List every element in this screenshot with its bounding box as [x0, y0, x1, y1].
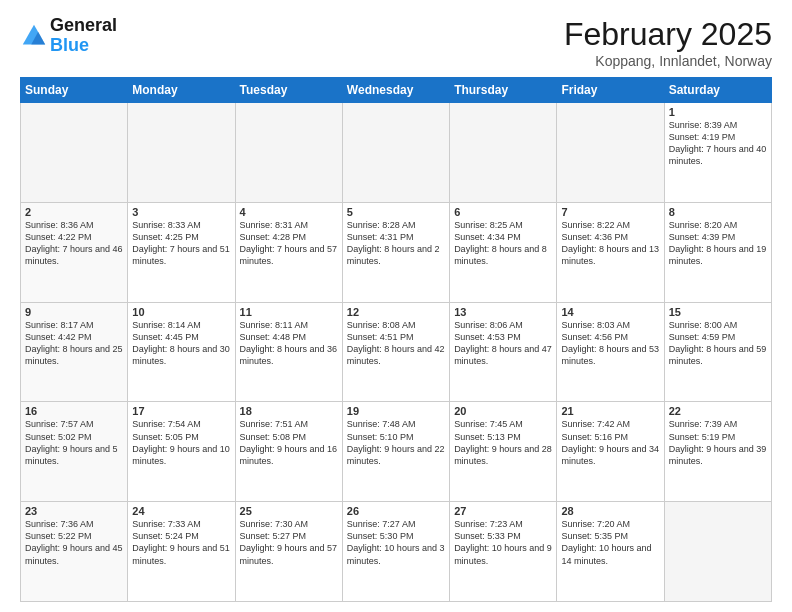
calendar-week-row: 2Sunrise: 8:36 AM Sunset: 4:22 PM Daylig… — [21, 202, 772, 302]
day-number: 26 — [347, 505, 445, 517]
day-info: Sunrise: 7:27 AM Sunset: 5:30 PM Dayligh… — [347, 518, 445, 567]
calendar-cell: 26Sunrise: 7:27 AM Sunset: 5:30 PM Dayli… — [342, 502, 449, 602]
day-header-tuesday: Tuesday — [235, 78, 342, 103]
calendar-cell: 10Sunrise: 8:14 AM Sunset: 4:45 PM Dayli… — [128, 302, 235, 402]
calendar-cell: 19Sunrise: 7:48 AM Sunset: 5:10 PM Dayli… — [342, 402, 449, 502]
day-number: 5 — [347, 206, 445, 218]
day-header-friday: Friday — [557, 78, 664, 103]
calendar-cell: 3Sunrise: 8:33 AM Sunset: 4:25 PM Daylig… — [128, 202, 235, 302]
day-info: Sunrise: 8:31 AM Sunset: 4:28 PM Dayligh… — [240, 219, 338, 268]
day-header-sunday: Sunday — [21, 78, 128, 103]
calendar-week-row: 1Sunrise: 8:39 AM Sunset: 4:19 PM Daylig… — [21, 103, 772, 203]
header: General Blue February 2025 Koppang, Innl… — [20, 16, 772, 69]
day-info: Sunrise: 8:08 AM Sunset: 4:51 PM Dayligh… — [347, 319, 445, 368]
day-number: 16 — [25, 405, 123, 417]
calendar-cell: 17Sunrise: 7:54 AM Sunset: 5:05 PM Dayli… — [128, 402, 235, 502]
calendar-cell: 12Sunrise: 8:08 AM Sunset: 4:51 PM Dayli… — [342, 302, 449, 402]
day-number: 25 — [240, 505, 338, 517]
day-info: Sunrise: 8:25 AM Sunset: 4:34 PM Dayligh… — [454, 219, 552, 268]
location: Koppang, Innlandet, Norway — [564, 53, 772, 69]
day-number: 3 — [132, 206, 230, 218]
day-number: 21 — [561, 405, 659, 417]
day-number: 18 — [240, 405, 338, 417]
calendar-cell — [342, 103, 449, 203]
logo: General Blue — [20, 16, 117, 56]
logo-line1: General — [50, 16, 117, 36]
calendar-week-row: 16Sunrise: 7:57 AM Sunset: 5:02 PM Dayli… — [21, 402, 772, 502]
title-block: February 2025 Koppang, Innlandet, Norway — [564, 16, 772, 69]
day-info: Sunrise: 8:17 AM Sunset: 4:42 PM Dayligh… — [25, 319, 123, 368]
day-header-thursday: Thursday — [450, 78, 557, 103]
day-info: Sunrise: 7:30 AM Sunset: 5:27 PM Dayligh… — [240, 518, 338, 567]
calendar-cell — [235, 103, 342, 203]
day-header-monday: Monday — [128, 78, 235, 103]
day-header-saturday: Saturday — [664, 78, 771, 103]
logo-line2: Blue — [50, 35, 89, 55]
day-number: 2 — [25, 206, 123, 218]
day-header-wednesday: Wednesday — [342, 78, 449, 103]
calendar-cell: 25Sunrise: 7:30 AM Sunset: 5:27 PM Dayli… — [235, 502, 342, 602]
calendar-cell: 15Sunrise: 8:00 AM Sunset: 4:59 PM Dayli… — [664, 302, 771, 402]
day-number: 27 — [454, 505, 552, 517]
day-number: 14 — [561, 306, 659, 318]
day-number: 17 — [132, 405, 230, 417]
day-info: Sunrise: 7:23 AM Sunset: 5:33 PM Dayligh… — [454, 518, 552, 567]
calendar-cell: 5Sunrise: 8:28 AM Sunset: 4:31 PM Daylig… — [342, 202, 449, 302]
calendar-cell: 1Sunrise: 8:39 AM Sunset: 4:19 PM Daylig… — [664, 103, 771, 203]
day-number: 15 — [669, 306, 767, 318]
day-info: Sunrise: 7:36 AM Sunset: 5:22 PM Dayligh… — [25, 518, 123, 567]
calendar-cell — [557, 103, 664, 203]
day-info: Sunrise: 8:06 AM Sunset: 4:53 PM Dayligh… — [454, 319, 552, 368]
day-info: Sunrise: 8:11 AM Sunset: 4:48 PM Dayligh… — [240, 319, 338, 368]
calendar-cell — [21, 103, 128, 203]
day-number: 19 — [347, 405, 445, 417]
day-number: 22 — [669, 405, 767, 417]
day-info: Sunrise: 8:00 AM Sunset: 4:59 PM Dayligh… — [669, 319, 767, 368]
day-number: 7 — [561, 206, 659, 218]
day-info: Sunrise: 7:54 AM Sunset: 5:05 PM Dayligh… — [132, 418, 230, 467]
day-number: 20 — [454, 405, 552, 417]
day-info: Sunrise: 7:45 AM Sunset: 5:13 PM Dayligh… — [454, 418, 552, 467]
calendar-cell: 16Sunrise: 7:57 AM Sunset: 5:02 PM Dayli… — [21, 402, 128, 502]
calendar-cell: 28Sunrise: 7:20 AM Sunset: 5:35 PM Dayli… — [557, 502, 664, 602]
calendar-cell: 4Sunrise: 8:31 AM Sunset: 4:28 PM Daylig… — [235, 202, 342, 302]
day-info: Sunrise: 7:48 AM Sunset: 5:10 PM Dayligh… — [347, 418, 445, 467]
calendar-cell: 22Sunrise: 7:39 AM Sunset: 5:19 PM Dayli… — [664, 402, 771, 502]
calendar-cell: 8Sunrise: 8:20 AM Sunset: 4:39 PM Daylig… — [664, 202, 771, 302]
calendar-cell: 20Sunrise: 7:45 AM Sunset: 5:13 PM Dayli… — [450, 402, 557, 502]
calendar-week-row: 9Sunrise: 8:17 AM Sunset: 4:42 PM Daylig… — [21, 302, 772, 402]
day-info: Sunrise: 8:33 AM Sunset: 4:25 PM Dayligh… — [132, 219, 230, 268]
calendar-cell: 7Sunrise: 8:22 AM Sunset: 4:36 PM Daylig… — [557, 202, 664, 302]
logo-text: General Blue — [50, 16, 117, 56]
day-info: Sunrise: 8:36 AM Sunset: 4:22 PM Dayligh… — [25, 219, 123, 268]
day-info: Sunrise: 8:03 AM Sunset: 4:56 PM Dayligh… — [561, 319, 659, 368]
logo-icon — [20, 22, 48, 50]
day-info: Sunrise: 8:28 AM Sunset: 4:31 PM Dayligh… — [347, 219, 445, 268]
calendar-cell: 24Sunrise: 7:33 AM Sunset: 5:24 PM Dayli… — [128, 502, 235, 602]
day-number: 10 — [132, 306, 230, 318]
day-info: Sunrise: 7:33 AM Sunset: 5:24 PM Dayligh… — [132, 518, 230, 567]
day-info: Sunrise: 8:22 AM Sunset: 4:36 PM Dayligh… — [561, 219, 659, 268]
calendar-header-row: SundayMondayTuesdayWednesdayThursdayFrid… — [21, 78, 772, 103]
day-info: Sunrise: 7:42 AM Sunset: 5:16 PM Dayligh… — [561, 418, 659, 467]
calendar-cell: 11Sunrise: 8:11 AM Sunset: 4:48 PM Dayli… — [235, 302, 342, 402]
month-title: February 2025 — [564, 16, 772, 53]
calendar: SundayMondayTuesdayWednesdayThursdayFrid… — [20, 77, 772, 602]
day-info: Sunrise: 7:39 AM Sunset: 5:19 PM Dayligh… — [669, 418, 767, 467]
calendar-cell — [664, 502, 771, 602]
day-info: Sunrise: 8:39 AM Sunset: 4:19 PM Dayligh… — [669, 119, 767, 168]
calendar-cell: 14Sunrise: 8:03 AM Sunset: 4:56 PM Dayli… — [557, 302, 664, 402]
calendar-cell: 27Sunrise: 7:23 AM Sunset: 5:33 PM Dayli… — [450, 502, 557, 602]
day-info: Sunrise: 8:14 AM Sunset: 4:45 PM Dayligh… — [132, 319, 230, 368]
day-number: 4 — [240, 206, 338, 218]
day-number: 8 — [669, 206, 767, 218]
day-number: 9 — [25, 306, 123, 318]
day-number: 11 — [240, 306, 338, 318]
calendar-cell: 18Sunrise: 7:51 AM Sunset: 5:08 PM Dayli… — [235, 402, 342, 502]
calendar-cell: 6Sunrise: 8:25 AM Sunset: 4:34 PM Daylig… — [450, 202, 557, 302]
calendar-cell — [450, 103, 557, 203]
day-number: 13 — [454, 306, 552, 318]
day-info: Sunrise: 7:51 AM Sunset: 5:08 PM Dayligh… — [240, 418, 338, 467]
page: General Blue February 2025 Koppang, Innl… — [0, 0, 792, 612]
day-info: Sunrise: 7:57 AM Sunset: 5:02 PM Dayligh… — [25, 418, 123, 467]
